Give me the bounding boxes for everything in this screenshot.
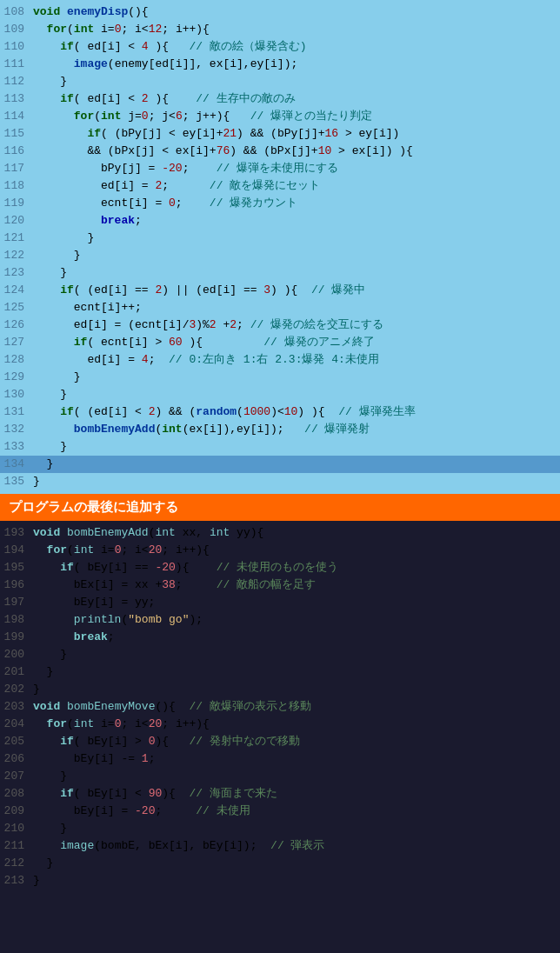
code-line-207: 207 } [0, 768, 560, 785]
code-line-135: 135 } [0, 473, 560, 490]
code-line-127: 127 if( ecnt[i] > 60 ){ // 爆発のアニメ終了 [0, 334, 560, 351]
code-line-209: 209 bEy[i] = -20; // 未使用 [0, 803, 560, 820]
code-line-129: 129 } [0, 369, 560, 386]
code-line-193: 193 void bombEnemyAdd(int xx, int yy){ [0, 524, 560, 542]
code-line-111: 111 image(enemy[ed[i]], ex[i],ey[i]); [0, 56, 560, 73]
code-line-132: 132 bombEnemyAdd(int(ex[i]),ey[i]); // 爆… [0, 421, 560, 438]
section-banner: プログラムの最後に追加する [0, 494, 560, 521]
top-code-section: 108 void enemyDisp(){ 109 for(int i=0; i… [0, 0, 560, 494]
code-line-109: 109 for(int i=0; i<12; i++){ [0, 21, 560, 38]
code-line-202: 202 } [0, 681, 560, 698]
code-line-118: 118 ed[i] = 2; // 敵を爆発にセット [0, 177, 560, 195]
code-line-194: 194 for(int i=0; i<20; i++){ [0, 542, 560, 559]
code-line-110: 110 if( ed[i] < 4 ){ // 敵の絵（爆発含む) [0, 38, 560, 56]
code-line-200: 200 } [0, 646, 560, 663]
code-line-199: 199 break; [0, 629, 560, 646]
code-line-128: 128 ed[i] = 4; // 0:左向き 1:右 2.3:爆発 4:未使用 [0, 351, 560, 369]
code-line-115: 115 if( (bPy[j] < ey[i]+21) && (bPy[j]+1… [0, 125, 560, 143]
code-line-212: 212 } [0, 855, 560, 872]
code-line-131: 131 if( (ed[i] < 2) && (random(1000)<10)… [0, 403, 560, 421]
code-line-123: 123 } [0, 264, 560, 282]
code-line-197: 197 bEy[i] = yy; [0, 594, 560, 611]
code-line-133: 133 } [0, 438, 560, 456]
code-line-120: 120 break; [0, 212, 560, 230]
code-line-119: 119 ecnt[i] = 0; // 爆発カウント [0, 195, 560, 212]
code-line-114: 114 for(int j=0; j<6; j++){ // 爆弾との当たり判定 [0, 108, 560, 125]
code-line-198: 198 println("bomb go"); [0, 611, 560, 629]
code-line-203: 203 void bombEnemyMove(){ // 敵爆弾の表示と移動 [0, 698, 560, 716]
code-line-134: 134 } [0, 456, 560, 473]
code-line-195: 195 if( bEy[i] == -20){ // 未使用のものを使う [0, 559, 560, 576]
code-line-130: 130 } [0, 386, 560, 403]
code-line-213: 213 } [0, 872, 560, 890]
code-line-205: 205 if( bEy[i] > 0){ // 発射中なので移動 [0, 733, 560, 750]
code-line-108: 108 void enemyDisp(){ [0, 3, 560, 21]
code-line-116: 116 && (bPx[j] < ex[i]+76) && (bPx[j]+10… [0, 143, 560, 160]
code-line-201: 201 } [0, 663, 560, 681]
code-line-122: 122 } [0, 247, 560, 264]
code-line-113: 113 if( ed[i] < 2 ){ // 生存中の敵のみ [0, 90, 560, 108]
code-line-125: 125 ecnt[i]++; [0, 299, 560, 317]
code-line-206: 206 bEy[i] -= 1; [0, 750, 560, 768]
code-line-204: 204 for(int i=0; i<20; i++){ [0, 716, 560, 733]
code-line-210: 210 } [0, 820, 560, 837]
code-line-117: 117 bPy[j] = -20; // 爆弾を未使用にする [0, 160, 560, 177]
code-line-208: 208 if( bEy[i] < 90){ // 海面まで来た [0, 785, 560, 803]
bottom-code-section: 193 void bombEnemyAdd(int xx, int yy){ 1… [0, 521, 560, 893]
code-line-196: 196 bEx[i] = xx +38; // 敵船の幅を足す [0, 576, 560, 594]
code-line-126: 126 ed[i] = (ecnt[i]/3)%2 +2; // 爆発の絵を交互… [0, 317, 560, 334]
code-line-124: 124 if( (ed[i] == 2) || (ed[i] == 3) ){ … [0, 282, 560, 299]
code-line-121: 121 } [0, 230, 560, 247]
code-line-211: 211 image(bombE, bEx[i], bEy[i]); // 弾表示 [0, 837, 560, 855]
code-line-112: 112 } [0, 73, 560, 90]
